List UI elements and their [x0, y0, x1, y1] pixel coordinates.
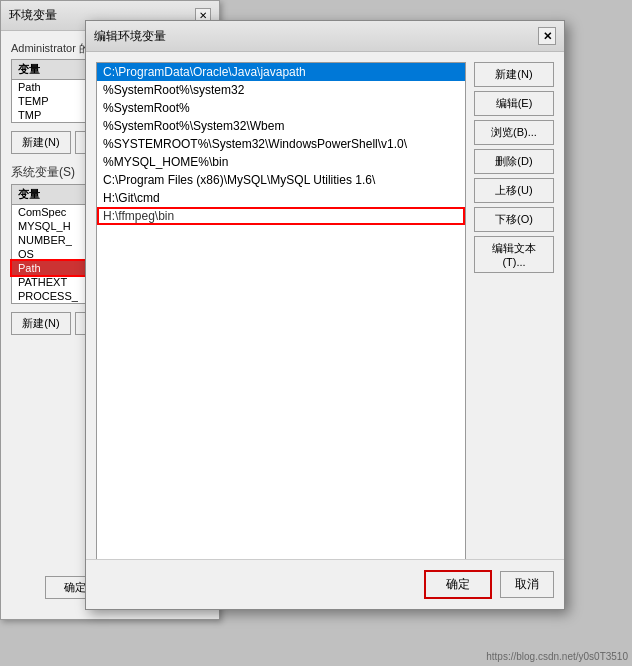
path-listbox[interactable]: C:\ProgramData\Oracle\Java\javapath %Sys…: [96, 62, 466, 570]
inner-cancel-button[interactable]: 取消: [500, 571, 554, 598]
side-buttons-panel: 新建(N) 编辑(E) 浏览(B)... 删除(D) 上移(U) 下移(O) 编…: [474, 62, 554, 570]
path-item-6[interactable]: C:\Program Files (x86)\MySQL\MySQL Utili…: [97, 171, 465, 189]
inner-dialog-title: 编辑环境变量: [94, 28, 166, 45]
inner-up-button[interactable]: 上移(U): [474, 178, 554, 203]
inner-dialog-bottom-bar: 确定 取消: [86, 559, 564, 609]
path-item-1[interactable]: %SystemRoot%\system32: [97, 81, 465, 99]
outer-window-title: 环境变量: [9, 7, 57, 24]
inner-edit-dialog: 编辑环境变量 ✕ C:\ProgramData\Oracle\Java\java…: [85, 20, 565, 610]
inner-edit-text-button[interactable]: 编辑文本(T)...: [474, 236, 554, 273]
path-list-container: C:\ProgramData\Oracle\Java\javapath %Sys…: [96, 62, 466, 570]
inner-edit-button[interactable]: 编辑(E): [474, 91, 554, 116]
inner-ok-button[interactable]: 确定: [424, 570, 492, 599]
inner-new-button[interactable]: 新建(N): [474, 62, 554, 87]
inner-close-button[interactable]: ✕: [538, 27, 556, 45]
inner-dialog-content: C:\ProgramData\Oracle\Java\javapath %Sys…: [86, 52, 564, 580]
path-item-3[interactable]: %SystemRoot%\System32\Wbem: [97, 117, 465, 135]
path-item-0[interactable]: C:\ProgramData\Oracle\Java\javapath: [97, 63, 465, 81]
inner-down-button[interactable]: 下移(O): [474, 207, 554, 232]
path-item-7[interactable]: H:\Git\cmd: [97, 189, 465, 207]
inner-delete-button[interactable]: 删除(D): [474, 149, 554, 174]
path-item-5[interactable]: %MYSQL_HOME%\bin: [97, 153, 465, 171]
inner-title-bar: 编辑环境变量 ✕: [86, 21, 564, 52]
admin-new-button[interactable]: 新建(N): [11, 131, 71, 154]
sys-new-button[interactable]: 新建(N): [11, 312, 71, 335]
path-item-2[interactable]: %SystemRoot%: [97, 99, 465, 117]
path-item-4[interactable]: %SYSTEMROOT%\System32\WindowsPowerShell\…: [97, 135, 465, 153]
watermark: https://blog.csdn.net/y0s0T3510: [486, 651, 628, 662]
inner-browse-button[interactable]: 浏览(B)...: [474, 120, 554, 145]
path-item-8[interactable]: H:\ffmpeg\bin: [97, 207, 465, 225]
